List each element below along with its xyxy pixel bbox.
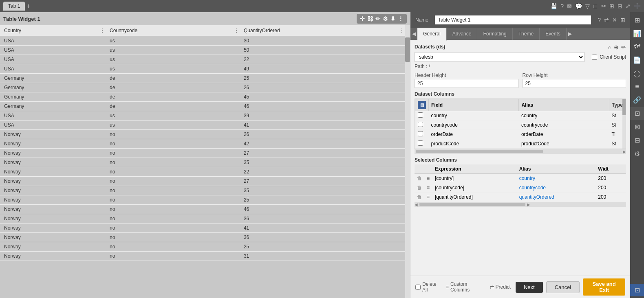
sidebar-icon-link[interactable]: 🔗 — [630, 94, 644, 106]
cell-countrycode: no — [106, 149, 240, 158]
tab-advance[interactable]: Advance — [447, 28, 478, 40]
delete-all-item[interactable]: Delete All — [415, 281, 441, 293]
selected-header-row: Expression Alias Widt — [415, 164, 626, 174]
cell-qty: 42 — [240, 139, 405, 149]
sel-trash[interactable]: 🗑 — [415, 174, 424, 183]
sidebar-icon-box[interactable]: ⊠ — [630, 121, 644, 133]
cell-countrycode: us — [106, 55, 240, 64]
settings-icon[interactable]: ⚙ — [383, 15, 388, 22]
scroll-thumb[interactable] — [405, 37, 410, 62]
col-checkbox[interactable] — [418, 140, 423, 146]
more-icon[interactable]: ⋮ — [398, 15, 404, 22]
cell-countrycode: de — [106, 83, 240, 92]
sidebar-icon-list[interactable]: ≡ — [630, 81, 644, 93]
sidebar-icon-chart[interactable]: 📊 — [630, 27, 644, 40]
hscroll-right[interactable]: ▶ — [623, 149, 626, 154]
row-height-input[interactable] — [523, 79, 626, 88]
tab-general[interactable]: General — [417, 28, 447, 41]
sidebar-icon-gear[interactable]: ⚙ — [630, 147, 644, 160]
cell-qty: 46 — [240, 102, 405, 111]
scissors-icon[interactable]: ✂ — [601, 3, 606, 9]
col-menu-qty[interactable]: ⋮ — [399, 28, 404, 33]
columns-vscrollbar-thumb[interactable] — [622, 99, 626, 115]
col-checkbox[interactable] — [418, 131, 423, 136]
add-tab-button[interactable]: + — [26, 2, 30, 10]
save-icon[interactable]: 💾 — [550, 3, 557, 9]
link-icon[interactable]: ⛓ — [367, 15, 373, 22]
tab-nav-next[interactable]: ▶ — [567, 31, 573, 37]
dataset-select[interactable]: salesb — [415, 52, 584, 62]
header-height-input[interactable] — [415, 79, 518, 88]
equals-icon: ≡ — [427, 175, 430, 181]
selected-delete-col — [415, 164, 424, 174]
panel-help-icon[interactable]: ? — [598, 17, 601, 23]
sidebar-icon-blue[interactable]: ⊡ — [630, 284, 644, 296]
cell-countrycode: no — [106, 252, 240, 261]
next-button[interactable]: Next — [516, 282, 543, 293]
cell-qty: 31 — [240, 252, 405, 261]
col-menu-country[interactable]: ⋮ — [100, 28, 105, 33]
cell-qty: 45 — [240, 92, 405, 102]
sidebar-icon-map[interactable]: 🗺 — [630, 41, 644, 53]
tab-formatting[interactable]: Formatting — [477, 28, 512, 40]
home-icon[interactable]: ⌂ — [608, 44, 611, 50]
col-menu-countrycode[interactable]: ⋮ — [234, 28, 239, 33]
email-icon[interactable]: ✉ — [567, 3, 572, 9]
table-row: Germany de 46 — [0, 102, 405, 111]
trash-icon[interactable]: 🗑 — [417, 185, 422, 191]
sidebar-icon-circle[interactable]: ◯ — [630, 67, 644, 80]
tab-nav-prev[interactable]: ◀ — [410, 31, 417, 37]
edit-dataset-icon[interactable]: ✏ — [621, 44, 626, 50]
selected-hscroll[interactable]: ◀ ▶ — [415, 202, 626, 207]
cell-countrycode: no — [106, 158, 240, 167]
sel-trash[interactable]: 🗑 — [415, 193, 424, 202]
selected-hscroll-left[interactable]: ◀ — [415, 202, 418, 207]
add-dataset-icon[interactable]: ⊕ — [614, 44, 619, 50]
table-row: Germany de 25 — [0, 74, 405, 83]
predict-item[interactable]: ⇄ Predict — [490, 284, 511, 290]
cell-qty: 35 — [240, 186, 405, 195]
custom-columns-item[interactable]: ≡ Custom Columns — [446, 281, 485, 293]
help-icon[interactable]: ? — [560, 3, 564, 9]
filter-icon[interactable]: ▽ — [585, 3, 590, 9]
sel-trash[interactable]: 🗑 — [415, 183, 424, 193]
download-icon[interactable]: ⬇ — [390, 15, 395, 22]
tab-1[interactable]: Tab 1 — [3, 2, 25, 11]
column-row: orderDate orderDate Ti — [415, 130, 626, 139]
move-icon[interactable]: ✛ — [360, 15, 365, 22]
grid-icon[interactable]: ⊞ — [609, 3, 614, 9]
panel-expand-icon[interactable]: ⊞ — [620, 17, 625, 23]
chat-icon[interactable]: 💬 — [575, 3, 582, 9]
add-icon[interactable]: ➕ — [634, 3, 641, 9]
custom-columns-label: Custom Columns — [450, 281, 485, 293]
sidebar-icon-grid[interactable]: ⊞ — [630, 14, 644, 26]
cell-country: USA — [0, 36, 106, 46]
save-button[interactable]: Save and Exit — [583, 278, 625, 296]
delete-all-checkbox[interactable] — [415, 285, 421, 290]
panel-close-icon[interactable]: ✕ — [612, 17, 617, 23]
tab-events[interactable]: Events — [540, 28, 567, 40]
edit-icon[interactable]: ✏ — [375, 15, 380, 22]
col-checkbox[interactable] — [418, 122, 423, 127]
cancel-button[interactable]: Cancel — [546, 281, 580, 293]
table-row: Norway no 25 — [0, 195, 405, 205]
expand-icon[interactable]: ⤢ — [626, 3, 631, 9]
table-scroll-wrapper: Country ⋮ Countrycode ⋮ QuantityOrdered … — [0, 25, 410, 298]
minus-grid-icon[interactable]: ⊟ — [618, 3, 622, 9]
col-checkbox[interactable] — [418, 112, 423, 118]
sidebar-icon-doc[interactable]: 📄 — [630, 54, 644, 66]
columns-hscroll[interactable]: ▶ — [415, 149, 626, 154]
selected-hscroll-right[interactable]: ▶ — [527, 202, 530, 207]
panel-swap-icon[interactable]: ⇄ — [604, 17, 609, 23]
client-script-checkbox[interactable] — [592, 55, 597, 60]
sidebar-icon-minus[interactable]: ⊟ — [630, 134, 644, 147]
trash-icon[interactable]: 🗑 — [417, 175, 422, 181]
sidebar-icon-table[interactable]: ⊡ — [630, 107, 644, 120]
selected-columns-label: Selected Columns — [415, 157, 626, 163]
cell-country: Norway — [0, 139, 106, 149]
tab-theme[interactable]: Theme — [513, 28, 540, 40]
select-icon[interactable]: ⊏ — [593, 3, 598, 9]
widget-title: Table Widget 1 — [3, 16, 40, 22]
name-input[interactable] — [435, 15, 591, 24]
trash-icon[interactable]: 🗑 — [417, 194, 422, 200]
